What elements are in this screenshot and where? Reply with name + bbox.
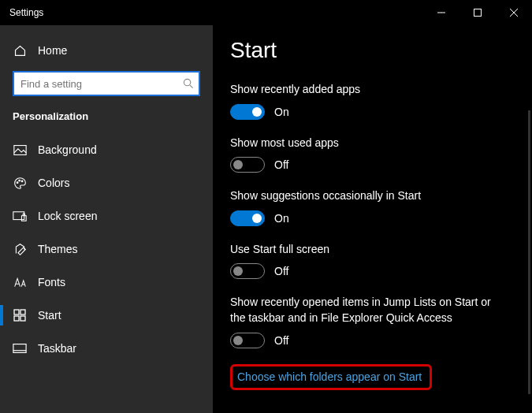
picture-icon xyxy=(13,144,27,156)
setting-label: Show suggestions occasionally in Start xyxy=(230,188,508,204)
svg-rect-1 xyxy=(474,9,482,17)
sidebar-item-label: Lock screen xyxy=(38,210,97,222)
home-icon xyxy=(13,44,27,58)
maximize-button[interactable] xyxy=(459,0,496,25)
sidebar-item-start[interactable]: Start xyxy=(0,299,213,332)
sidebar-nav: Background Colors Lock screen Themes Fon… xyxy=(0,133,213,365)
toggle-suggestions[interactable] xyxy=(230,210,265,226)
sidebar-section-label: Personalization xyxy=(0,106,213,133)
start-icon xyxy=(13,309,27,322)
sidebar-item-label: Background xyxy=(38,143,97,156)
close-button[interactable] xyxy=(496,0,532,25)
toggle-state: Off xyxy=(274,158,288,171)
setting-jump-lists: Show recently opened items in Jump Lists… xyxy=(230,295,508,348)
setting-full-screen: Use Start full screen Off xyxy=(230,242,508,280)
svg-line-5 xyxy=(190,85,193,88)
sidebar-home[interactable]: Home xyxy=(0,35,213,66)
search-icon xyxy=(183,78,194,89)
toggle-recently-added[interactable] xyxy=(230,104,265,120)
svg-point-4 xyxy=(184,79,190,85)
sidebar-item-lock-screen[interactable]: Lock screen xyxy=(0,199,213,233)
setting-label: Show recently opened items in Jump Lists… xyxy=(230,295,508,326)
sidebar: Home Personalization Background xyxy=(0,25,213,413)
setting-most-used: Show most used apps Off xyxy=(230,136,508,173)
taskbar-icon xyxy=(13,343,27,354)
svg-point-8 xyxy=(18,180,20,181)
svg-rect-6 xyxy=(13,145,25,154)
window-title: Settings xyxy=(9,7,43,18)
toggle-state: On xyxy=(274,106,289,118)
content-area: Start Show recently added apps On Show m… xyxy=(213,25,532,413)
search-box[interactable] xyxy=(13,71,200,96)
svg-point-7 xyxy=(17,181,18,183)
sidebar-item-label: Fonts xyxy=(38,276,65,288)
svg-point-9 xyxy=(21,180,23,182)
toggle-state: Off xyxy=(274,334,288,347)
setting-label: Show most used apps xyxy=(230,136,508,151)
palette-icon xyxy=(13,177,27,190)
page-title: Start xyxy=(230,38,508,63)
sidebar-item-background[interactable]: Background xyxy=(0,133,213,166)
svg-rect-16 xyxy=(13,344,26,353)
svg-rect-13 xyxy=(20,310,25,314)
sidebar-item-label: Colors xyxy=(38,177,69,189)
toggle-state: Off xyxy=(274,265,288,277)
themes-icon xyxy=(13,243,27,256)
svg-rect-12 xyxy=(14,310,19,314)
sidebar-item-taskbar[interactable]: Taskbar xyxy=(0,332,213,365)
search-input[interactable] xyxy=(13,71,200,96)
sidebar-item-label: Start xyxy=(38,309,61,322)
setting-recently-added: Show recently added apps On xyxy=(230,82,508,120)
scrollbar[interactable] xyxy=(528,110,530,394)
svg-rect-14 xyxy=(14,316,19,321)
sidebar-item-fonts[interactable]: Fonts xyxy=(0,266,213,299)
toggle-jump-lists[interactable] xyxy=(230,333,265,348)
titlebar: Settings xyxy=(0,0,532,25)
toggle-full-screen[interactable] xyxy=(230,263,265,279)
choose-folders-link[interactable]: Choose which folders appear on Start xyxy=(237,370,422,383)
sidebar-item-colors[interactable]: Colors xyxy=(0,166,213,199)
sidebar-item-label: Themes xyxy=(38,243,78,255)
toggle-most-used[interactable] xyxy=(230,157,265,173)
sidebar-item-label: Taskbar xyxy=(38,342,76,355)
svg-rect-15 xyxy=(20,316,25,321)
setting-suggestions: Show suggestions occasionally in Start O… xyxy=(230,188,508,226)
sidebar-item-themes[interactable]: Themes xyxy=(0,233,213,266)
setting-label: Use Start full screen xyxy=(230,242,508,258)
toggle-state: On xyxy=(274,212,289,225)
settings-window: Settings Home xyxy=(0,0,532,413)
setting-label: Show recently added apps xyxy=(230,82,508,98)
sidebar-home-label: Home xyxy=(38,44,67,57)
highlight-annotation: Choose which folders appear on Start xyxy=(230,364,432,390)
fonts-icon xyxy=(13,277,27,288)
lock-screen-icon xyxy=(13,210,27,222)
minimize-button[interactable] xyxy=(423,0,459,25)
